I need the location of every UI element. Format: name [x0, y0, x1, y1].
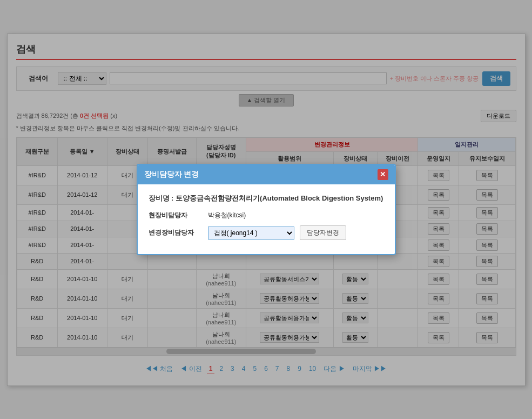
modal-dialog: 장비담당자 변경 ✕ 장비명 : 토양중금속전함량전처리기(Automated … [137, 164, 396, 256]
assign-button[interactable]: 담당자변경 [300, 225, 346, 240]
current-manager-value: 박용철(kitcsi) [208, 211, 246, 220]
current-manager-label: 현장비담당자 [149, 211, 203, 220]
new-manager-select[interactable]: 검정( jeong14 ) 박용철(kitcsi) 남나희(nahee911) [208, 227, 294, 240]
modal-close-button[interactable]: ✕ [378, 169, 388, 180]
current-manager-field: 현장비담당자 박용철(kitcsi) [149, 211, 384, 220]
modal-body: 장비명 : 토양중금속전함량전처리기(Automated Block Diges… [138, 184, 395, 255]
new-manager-field: 변경장비담당자 검정( jeong14 ) 박용철(kitcsi) 남나희(na… [149, 225, 384, 240]
modal-title: 장비담당자 변경 [144, 170, 199, 179]
equipment-name: 장비명 : 토양중금속전함량전처리기(Automated Block Diges… [149, 193, 384, 204]
new-manager-label: 변경장비담당자 [149, 228, 203, 237]
modal-header: 장비담당자 변경 ✕ [138, 165, 395, 184]
modal-overlay[interactable]: 장비담당자 변경 ✕ 장비명 : 토양중금속전함량전처리기(Automated … [0, 0, 532, 419]
